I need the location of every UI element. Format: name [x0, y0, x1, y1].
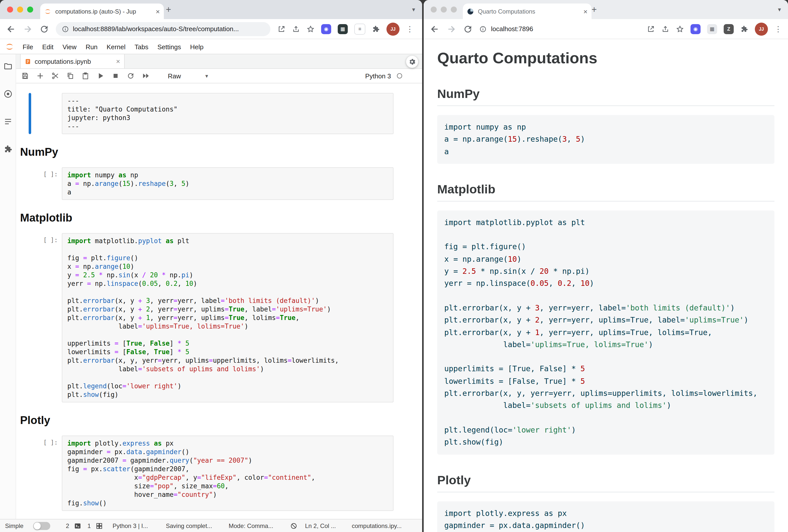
extension-dark-icon[interactable]: ▦ — [338, 24, 348, 34]
tab-search-chevron-icon[interactable]: ▾ — [412, 6, 415, 13]
extension-page-icon[interactable]: ≡ — [354, 23, 366, 35]
profile-avatar[interactable]: JJ — [387, 22, 399, 36]
notebook-tab-close-icon[interactable]: × — [116, 57, 120, 65]
kernels-count[interactable]: 1 — [87, 522, 91, 529]
save-button[interactable] — [21, 72, 29, 80]
markdown-heading-numpy[interactable]: NumPy — [16, 145, 422, 159]
extension-loom-icon[interactable]: ◉ — [321, 24, 331, 34]
saving-status: Saving complet... — [166, 522, 212, 529]
minimize-window-button[interactable] — [441, 6, 447, 13]
open-in-new-icon[interactable] — [647, 25, 655, 33]
cell-type-dropdown[interactable]: Raw ▾ — [168, 72, 208, 80]
settings-gear-button[interactable] — [406, 56, 418, 68]
run-cell-button[interactable] — [97, 72, 104, 80]
new-tab-button[interactable]: + — [591, 4, 597, 15]
extension-gray-icon[interactable]: ▦ — [707, 24, 717, 34]
kernel-name[interactable]: Python 3 — [365, 72, 391, 80]
paste-cells-button[interactable] — [81, 72, 90, 80]
code-editor-numpy[interactable]: import numpy as npa = np.arange(15).resh… — [62, 167, 394, 200]
close-window-button[interactable] — [7, 6, 13, 13]
code-cell-matplotlib[interactable]: [ ]: import matplotlib.pyplot as plt fig… — [62, 233, 394, 403]
editor-mode[interactable]: Mode: Comma... — [229, 522, 273, 529]
refresh-icon — [463, 24, 473, 34]
simple-mode-toggle[interactable] — [33, 522, 50, 530]
bookmark-star-icon[interactable] — [676, 25, 684, 33]
code-block-numpy[interactable]: import numpy as npa = np.arange(15).resh… — [437, 115, 774, 164]
code-cell-numpy[interactable]: [ ]: import numpy as npa = np.arange(15)… — [62, 167, 394, 200]
code-block-plotly[interactable]: import plotly.express as pxgapminder = p… — [437, 501, 774, 532]
code-editor-matplotlib[interactable]: import matplotlib.pyplot as plt fig = pl… — [62, 233, 394, 403]
kernel-idle-circle-icon[interactable] — [396, 72, 403, 79]
address-bar[interactable]: localhost:8889/lab/workspaces/auto-S/tre… — [56, 22, 270, 36]
code-block-matplotlib[interactable]: import matplotlib.pyplot as plt fig = pl… — [437, 210, 774, 454]
browser-tab[interactable]: computations.ip (auto-S) - Jup × — [40, 3, 164, 19]
markdown-heading-plotly[interactable]: Plotly — [16, 413, 422, 428]
menu-help[interactable]: Help — [185, 43, 208, 50]
site-info-icon[interactable] — [62, 25, 69, 33]
minimize-window-button[interactable] — [17, 6, 23, 13]
forward-button[interactable] — [446, 24, 456, 34]
zoom-window-button[interactable] — [27, 6, 33, 13]
restart-icon — [127, 72, 135, 80]
restart-run-all-button[interactable] — [142, 72, 150, 80]
browser-navbar: localhost:8889/lab/workspaces/auto-S/tre… — [0, 19, 422, 39]
terminals-count[interactable]: 2 — [66, 522, 69, 529]
jupyterlab-statusbar: Simple 2 1 Python 3 | I... Saving comple… — [0, 519, 422, 532]
menu-edit[interactable]: Edit — [38, 43, 58, 50]
tab-close-icon[interactable]: × — [584, 8, 588, 15]
kernel-status-text[interactable]: Python 3 | I... — [113, 522, 148, 529]
cursor-position[interactable]: Ln 2, Col ... — [305, 522, 336, 529]
interrupt-kernel-button[interactable] — [112, 72, 120, 80]
browser-tab[interactable]: Quarto Computations × — [463, 3, 591, 19]
extensions-puzzle-icon[interactable] — [372, 25, 380, 33]
menu-file[interactable]: File — [18, 43, 38, 50]
refresh-button[interactable] — [463, 24, 473, 34]
zoom-window-button[interactable] — [451, 6, 457, 13]
code-cell-plotly[interactable]: [ ]: import plotly.express as pxgapminde… — [62, 435, 394, 511]
share-icon[interactable] — [292, 25, 300, 33]
restart-kernel-button[interactable] — [127, 72, 135, 80]
tab-search-chevron-icon[interactable]: ▾ — [778, 6, 781, 13]
site-info-icon[interactable] — [479, 25, 487, 33]
running-kernels-icon[interactable] — [3, 89, 12, 99]
browser-menu-icon[interactable]: ⋮ — [774, 24, 782, 34]
open-in-new-icon[interactable] — [277, 25, 285, 33]
browser-tabstrip: Quarto Computations × + ▾ — [423, 0, 788, 19]
profile-avatar[interactable]: JJ — [755, 22, 768, 36]
menu-run[interactable]: Run — [81, 43, 102, 50]
address-bar[interactable]: localhost:7896 — [479, 25, 640, 33]
copy-cells-button[interactable] — [66, 72, 74, 80]
terminal-icon[interactable] — [74, 522, 81, 530]
menu-view[interactable]: View — [58, 43, 81, 50]
menu-kernel[interactable]: Kernel — [102, 43, 130, 50]
file-browser-folder-icon[interactable] — [3, 62, 12, 71]
add-cell-button[interactable] — [36, 72, 44, 80]
cut-cells-button[interactable] — [51, 72, 59, 80]
tab-close-icon[interactable]: × — [156, 8, 160, 15]
new-tab-button[interactable]: + — [166, 4, 171, 15]
bookmark-star-icon[interactable] — [307, 25, 315, 33]
markdown-heading-matplotlib[interactable]: Matplotlib — [16, 211, 422, 225]
kernel-grid-icon[interactable] — [96, 522, 103, 530]
browser-menu-icon[interactable]: ⋮ — [406, 24, 414, 34]
raw-frontmatter-cell[interactable]: ---title: "Quarto Computations"jupyter: … — [62, 93, 394, 134]
close-window-button[interactable] — [431, 6, 437, 13]
share-icon[interactable] — [661, 25, 669, 33]
notifications-slash-icon[interactable] — [290, 522, 297, 530]
table-of-contents-icon[interactable] — [3, 117, 12, 126]
extension-manager-puzzle-icon[interactable] — [3, 145, 12, 154]
raw-cell-editor[interactable]: ---title: "Quarto Computations"jupyter: … — [62, 93, 394, 134]
menu-settings[interactable]: Settings — [153, 43, 185, 50]
notebook-tab[interactable]: computations.ipynb × — [20, 54, 125, 68]
back-button[interactable] — [6, 24, 16, 34]
active-cell-indicator[interactable] — [28, 93, 31, 134]
forward-button[interactable] — [23, 24, 33, 34]
desktop: computations.ip (auto-S) - Jup × + ▾ loc… — [0, 0, 788, 532]
menu-tabs[interactable]: Tabs — [130, 43, 153, 50]
extension-loom-icon[interactable]: ◉ — [690, 24, 701, 34]
extension-z-icon[interactable]: Z — [724, 24, 734, 34]
code-editor-plotly[interactable]: import plotly.express as pxgapminder = p… — [62, 435, 394, 511]
back-button[interactable] — [430, 24, 440, 34]
extensions-puzzle-icon[interactable] — [740, 25, 748, 33]
refresh-button[interactable] — [39, 24, 49, 34]
